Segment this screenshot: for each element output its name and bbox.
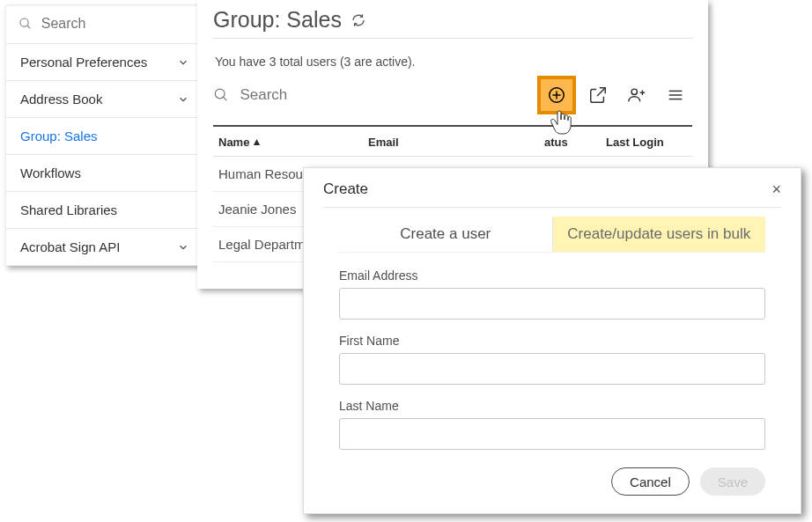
sidebar-item-shared-libraries[interactable]: Shared Libraries — [6, 192, 203, 229]
export-button[interactable] — [581, 78, 615, 112]
add-user-button[interactable] — [537, 76, 576, 114]
column-header-last-login[interactable]: Last Login — [606, 136, 687, 149]
sidebar-item-group-sales[interactable]: Group: Sales — [6, 118, 203, 155]
column-header-status[interactable]: atus — [544, 136, 606, 149]
users-search-input[interactable] — [238, 85, 532, 105]
svg-line-1 — [27, 26, 30, 28]
modal-header: Create × — [323, 180, 781, 208]
toolbar-search[interactable] — [213, 85, 532, 105]
svg-point-7 — [631, 89, 637, 94]
sidebar-item-address-book[interactable]: Address Book — [6, 81, 203, 118]
column-header-email[interactable]: Email — [368, 136, 544, 149]
menu-icon — [666, 85, 685, 105]
form-group-email: Email Address — [323, 268, 781, 334]
svg-point-2 — [215, 89, 225, 99]
first-name-field[interactable] — [339, 353, 765, 385]
refresh-icon[interactable] — [351, 12, 366, 28]
last-name-field[interactable] — [339, 418, 765, 450]
save-button[interactable]: Save — [700, 467, 765, 496]
sidebar-item-workflows[interactable]: Workflows — [6, 155, 203, 192]
svg-point-0 — [20, 18, 28, 26]
sidebar: Personal Preferences Address Book Group:… — [5, 5, 204, 266]
chevron-down-icon — [177, 56, 189, 69]
sidebar-item-label: Personal Preferences — [20, 55, 147, 70]
page-title-row: Group: Sales — [213, 7, 692, 39]
tab-create-user[interactable]: Create a user — [339, 217, 553, 252]
modal-footer: Cancel Save — [323, 464, 781, 496]
chevron-down-icon — [177, 93, 189, 106]
user-count-summary: You have 3 total users (3 are active). — [215, 55, 692, 69]
svg-line-3 — [224, 97, 227, 100]
column-header-name[interactable]: Name — [218, 136, 368, 149]
users-plus-icon — [627, 85, 646, 105]
modal-title: Create — [323, 180, 368, 198]
modal-tabs: Create a user Create/update users in bul… — [339, 217, 765, 253]
sidebar-item-label: Shared Libraries — [20, 202, 117, 217]
search-icon — [18, 16, 33, 32]
last-name-label: Last Name — [339, 399, 765, 413]
tab-create-bulk[interactable]: Create/update users in bulk — [553, 217, 766, 252]
cancel-button[interactable]: Cancel — [611, 467, 690, 496]
sidebar-search-input[interactable] — [40, 15, 191, 33]
sidebar-search[interactable] — [6, 6, 203, 44]
form-group-first-name: First Name — [323, 334, 781, 399]
table-header: Name Email atus Last Login — [213, 127, 692, 157]
sidebar-item-label: Group: Sales — [20, 129, 98, 143]
email-field[interactable] — [339, 288, 765, 320]
sidebar-item-label: Address Book — [20, 92, 102, 107]
sort-asc-icon — [253, 138, 261, 146]
modal-close-button[interactable]: × — [771, 181, 781, 197]
export-icon — [588, 85, 608, 105]
sidebar-item-label: Acrobat Sign API — [20, 239, 120, 254]
cursor-hand-icon — [550, 109, 572, 137]
toolbar — [213, 76, 692, 127]
email-label: Email Address — [339, 268, 765, 283]
chevron-down-icon — [177, 241, 189, 254]
assign-users-button[interactable] — [620, 78, 653, 112]
sidebar-item-label: Workflows — [20, 165, 81, 180]
first-name-label: First Name — [339, 334, 765, 348]
plus-circle-icon — [547, 85, 566, 105]
search-icon — [213, 86, 229, 104]
svg-marker-13 — [254, 139, 260, 145]
page-title: Group: Sales — [213, 7, 342, 33]
sidebar-item-personal-preferences[interactable]: Personal Preferences — [6, 44, 203, 81]
create-user-modal: Create × Create a user Create/update use… — [303, 167, 801, 514]
sidebar-item-acrobat-sign-api[interactable]: Acrobat Sign API — [6, 229, 203, 265]
menu-button[interactable] — [659, 78, 692, 112]
form-group-last-name: Last Name — [323, 399, 781, 464]
